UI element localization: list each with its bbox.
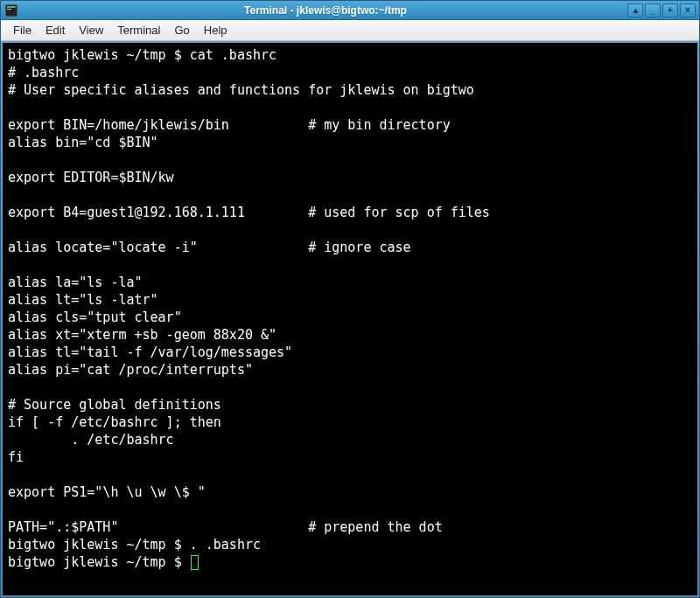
- terminal-line: [8, 466, 692, 483]
- menu-edit[interactable]: Edit: [38, 21, 72, 39]
- terminal-line: bigtwo jklewis ~/tmp $ cat .bashrc: [8, 46, 692, 64]
- app-icon: [4, 3, 18, 17]
- terminal-line: export EDITOR=$BIN/kw: [8, 169, 692, 186]
- menu-view[interactable]: View: [72, 21, 110, 39]
- terminal-line: [8, 151, 692, 169]
- terminal-line: [8, 501, 692, 518]
- terminal-line: export BIN=/home/jklewis/bin # my bin di…: [8, 116, 692, 134]
- terminal-line: # Source global definitions: [8, 396, 692, 414]
- titlebar[interactable]: Terminal - jklewis@bigtwo:~/tmp ▴ _ + ×: [1, 1, 699, 20]
- terminal-line: fi: [8, 448, 692, 466]
- close-button[interactable]: ×: [680, 3, 696, 17]
- terminal-line: alias lt="ls -latr": [8, 291, 692, 309]
- terminal-line: alias pi="cat /proc/interrupts": [8, 361, 692, 379]
- terminal-line: [8, 221, 692, 239]
- terminal-line: export PS1="\h \u \w \$ ": [8, 483, 692, 501]
- terminal-line: alias la="ls -la": [8, 274, 692, 291]
- menubar: File Edit View Terminal Go Help: [1, 20, 699, 41]
- menu-file[interactable]: File: [6, 21, 38, 39]
- terminal-line: # User specific aliases and functions fo…: [8, 81, 692, 99]
- window-title: Terminal - jklewis@bigtwo:~/tmp: [24, 4, 627, 17]
- terminal-line: . /etc/bashrc: [8, 431, 692, 448]
- terminal-line: alias cls="tput clear": [8, 309, 692, 326]
- terminal-line: alias bin="cd $BIN": [8, 134, 692, 151]
- shade-button[interactable]: ▴: [627, 3, 643, 17]
- menu-terminal[interactable]: Terminal: [110, 21, 167, 39]
- prompt-text: bigtwo jklewis ~/tmp $: [8, 554, 190, 570]
- svg-rect-2: [7, 9, 11, 10]
- terminal-line: [8, 256, 692, 274]
- terminal-prompt[interactable]: bigtwo jklewis ~/tmp $: [8, 553, 692, 571]
- minimize-button[interactable]: _: [645, 3, 661, 17]
- svg-rect-1: [7, 6, 16, 8]
- terminal-line: [8, 99, 692, 116]
- terminal-area[interactable]: bigtwo jklewis ~/tmp $ cat .bashrc# .bas…: [3, 43, 697, 595]
- terminal-window: Terminal - jklewis@bigtwo:~/tmp ▴ _ + × …: [0, 0, 700, 598]
- terminal-line: [8, 379, 692, 396]
- terminal-line: export B4=guest1@192.168.1.111 # used fo…: [8, 204, 692, 221]
- terminal-line: if [ -f /etc/bashrc ]; then: [8, 414, 692, 431]
- window-controls: ▴ _ + ×: [627, 3, 696, 17]
- menu-go[interactable]: Go: [167, 21, 196, 39]
- terminal-line: alias tl="tail -f /var/log/messages": [8, 344, 692, 361]
- maximize-button[interactable]: +: [662, 3, 678, 17]
- terminal-line: bigtwo jklewis ~/tmp $ . .bashrc: [8, 536, 692, 553]
- menu-help[interactable]: Help: [197, 21, 234, 39]
- terminal-line: # .bashrc: [8, 64, 692, 81]
- terminal-line: alias xt="xterm +sb -geom 88x20 &": [8, 326, 692, 344]
- cursor-icon: [191, 555, 199, 570]
- terminal-line: alias locate="locate -i" # ignore case: [8, 239, 692, 256]
- terminal-line: [8, 186, 692, 204]
- terminal-line: PATH=".:$PATH" # prepend the dot: [8, 518, 692, 536]
